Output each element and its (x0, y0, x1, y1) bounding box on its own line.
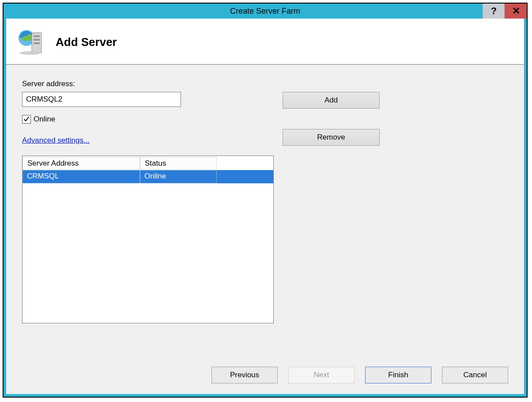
cell-status: Online (140, 170, 217, 183)
svg-rect-4 (34, 42, 40, 44)
cancel-button[interactable]: Cancel (442, 367, 508, 383)
close-icon: ✕ (512, 5, 520, 17)
previous-button[interactable]: Previous (211, 367, 278, 383)
wizard-window: Create Server Farm ? ✕ (3, 3, 528, 398)
svg-point-5 (19, 51, 41, 55)
server-farm-icon (17, 27, 45, 57)
help-icon: ? (491, 5, 497, 17)
server-address-input[interactable] (22, 92, 181, 107)
help-button[interactable]: ? (483, 4, 505, 19)
svg-rect-3 (34, 39, 40, 41)
table-row[interactable]: CRMSQL Online (23, 170, 273, 183)
remove-button[interactable]: Remove (283, 129, 380, 146)
finish-button[interactable]: Finish (365, 367, 431, 383)
online-checkbox[interactable]: Online (22, 115, 274, 124)
add-button[interactable]: Add (283, 92, 380, 109)
window-title: Create Server Farm (230, 7, 300, 16)
svg-rect-2 (34, 35, 40, 37)
advanced-settings-link[interactable]: Advanced settings... (22, 136, 274, 145)
wizard-banner: Add Server (6, 19, 524, 64)
cell-server-address: CRMSQL (23, 170, 140, 183)
client-area: Add Server Server address: Online Advanc… (6, 19, 524, 394)
listview-header: Server Address Status (23, 157, 273, 170)
online-label: Online (34, 115, 55, 124)
wizard-footer: Previous Next Finish Cancel (6, 359, 524, 394)
server-address-label: Server address: (22, 80, 274, 88)
page-title: Add Server (56, 35, 117, 49)
next-button: Next (288, 367, 355, 383)
titlebar: Create Server Farm ? ✕ (4, 4, 527, 19)
wizard-body: Server address: Online Advanced settings… (6, 65, 524, 359)
servers-listview[interactable]: Server Address Status CRMSQL Online (22, 155, 274, 323)
col-server-address[interactable]: Server Address (23, 157, 140, 170)
col-status[interactable]: Status (140, 157, 217, 170)
checkbox-icon (22, 115, 31, 124)
close-button[interactable]: ✕ (505, 4, 527, 19)
